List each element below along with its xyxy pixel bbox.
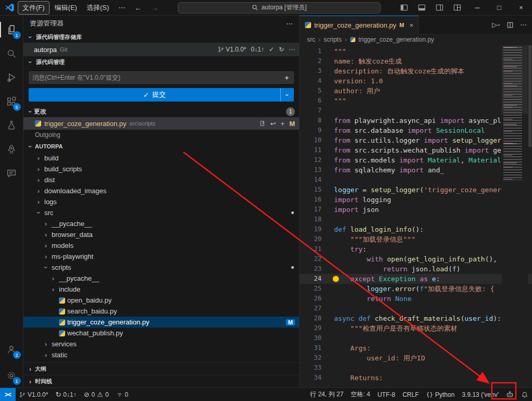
language-mode[interactable]: {} Python [423,388,459,401]
code-editor[interactable]: 1"""2name: 触发coze生成3description: 自动触发coz… [300,45,532,387]
maximize-button[interactable]: □ [488,0,510,15]
menu-more[interactable]: ⋯ [114,2,129,13]
code-line[interactable]: 24 except Exception as e: [300,274,532,284]
back-button[interactable]: ← [130,3,146,13]
chat-icon[interactable] [0,161,23,185]
code-line[interactable]: 16import logging [300,195,532,205]
tree-item-__pycache__[interactable]: ›__pycache__ [23,218,299,229]
timeline-section-header[interactable]: › 时间线 [23,375,299,387]
rocket-icon[interactable] [0,137,23,161]
sparkle-icon[interactable] [283,74,290,81]
commit-message-input[interactable]: 消息(Ctrl+Enter 在"V1.0.0"提交) [29,71,294,84]
tree-item-services[interactable]: ›services [23,339,299,349]
code-line[interactable]: 17import json [300,205,532,215]
open-file-icon[interactable] [259,120,266,127]
tree-item-browser_data[interactable]: ›browser_data [23,229,299,240]
code-line[interactable]: 23 return json.load(f) [300,264,532,274]
breadcrumb-src[interactable]: src [307,36,315,43]
tree-item-build[interactable]: ›build [23,153,299,164]
code-line[interactable]: 32 user_id: 用户ID [300,353,532,363]
toggle-panel-icon[interactable] [413,0,431,15]
code-line[interactable]: 29 """检查用户是否有草稿状态的素材 [300,323,532,333]
code-line[interactable]: 25 logger.error(f"加载登录信息失败: { [300,284,532,294]
scrollbar[interactable] [528,45,532,387]
code-line[interactable]: 11from src.scripts.wechat_publish import… [300,145,532,155]
code-line[interactable]: 5author: 用户 [300,86,532,96]
code-line[interactable]: 4version: 1.0 [300,76,532,86]
notifications-bell-icon[interactable] [517,388,532,401]
code-line[interactable]: 27 [300,304,532,314]
stage-changes-icon[interactable]: + [281,120,285,128]
code-line[interactable]: 34 Returns: [300,373,532,383]
tree-item-trigger_coze_generation.py[interactable]: ›trigger_coze_generation.pyM [23,317,299,328]
code-line[interactable]: 21 try: [300,244,532,254]
code-line[interactable]: 13from sqlalchemy import and_ [300,165,532,175]
menu-selection[interactable]: 选择(S) [82,2,113,14]
tree-item-static[interactable]: ›static [23,349,299,360]
explorer-icon[interactable]: 1 [0,18,23,42]
breadcrumb-file[interactable]: trigger_coze_generation.py [358,36,434,43]
copilot-icon[interactable] [502,388,517,401]
tree-item-logs[interactable]: ›logs [23,196,299,207]
discard-changes-icon[interactable]: ↩ [270,120,276,128]
code-line[interactable]: 22 with open(get_login_info_path(), [300,254,532,264]
refresh-icon[interactable]: ↻ [279,46,284,53]
tree-item-scripts[interactable]: ›scripts [23,262,299,273]
code-line[interactable]: 9from src.database import SessionLocal [300,126,532,135]
forward-button[interactable]: → [147,3,163,13]
code-line[interactable]: 3description: 自动触发coze生成的脚本 [300,66,532,76]
tree-item-__pycache__[interactable]: ›__pycache__ [23,273,299,284]
tree-item-downloaded_images[interactable]: ›downloaded_images [23,185,299,196]
changed-file-row[interactable]: trigger_coze_generation.py src\scripts ↩… [23,117,299,130]
breadcrumb-scripts[interactable]: scripts [324,36,342,43]
tree-item-src[interactable]: ›src [23,207,299,218]
close-button[interactable]: × [510,0,532,15]
account-icon[interactable]: 2 [0,337,23,361]
ports-status[interactable]: 0 [113,388,132,401]
branch-status[interactable]: V1.0.0* [16,388,52,401]
settings-gear-icon[interactable]: 1 [0,364,23,387]
code-line[interactable]: 30 [300,333,532,343]
code-line[interactable]: 20 """加载登录信息""" [300,234,532,244]
workspace-section-header[interactable]: › AUTORPA [23,140,299,153]
command-center-search[interactable]: autorpa [管理员] [178,2,381,14]
tree-item-models[interactable]: ›models [23,240,299,251]
code-line[interactable]: 8from playwright.async_api import async_… [300,116,532,126]
code-line[interactable]: 26 return None [300,294,532,304]
outline-section-header[interactable]: › 大纲 [23,362,299,375]
problems-status[interactable]: ⊘ 0 ⚠ 0 [80,388,113,401]
code-line[interactable]: 15logger = setup_logger('trigger_coze_ge… [300,185,532,195]
python-interpreter[interactable]: 3.9.13 ('venv' [458,388,502,401]
split-editor-icon[interactable] [506,21,514,29]
tree-item-open_baidu.py[interactable]: ›open_baidu.py [23,295,299,306]
editor-more-actions-icon[interactable]: ⋯ [520,21,527,29]
commit-check-icon[interactable]: ✓ [269,46,274,53]
extensions-icon[interactable]: 5 [0,90,23,114]
tree-item-build_scripts[interactable]: ›build_scripts [23,164,299,174]
section-source-control-repos[interactable]: › 源代码管理存储库 [23,31,299,43]
remote-indicator[interactable]: >< [0,388,16,401]
code-line[interactable]: 14 [300,175,532,185]
tab-close-icon[interactable]: × [410,21,414,29]
menu-edit[interactable]: 编辑(E) [51,2,81,14]
repo-row-autorpa[interactable]: autorpa Git V1.0.0* 0↓1↑ ✓ ↻ ⋯ [23,43,299,56]
toggle-sidebar-icon[interactable] [395,0,413,15]
changes-section-header[interactable]: › 更改 1 [23,106,299,117]
code-line[interactable]: 31 Args: [300,343,532,353]
code-line[interactable]: 7 [300,106,532,116]
repo-sync-status[interactable]: 0↓1↑ [251,46,264,53]
tree-item-ms-playwright[interactable]: ›ms-playwright [23,251,299,262]
code-line[interactable]: 2name: 触发coze生成 [300,56,532,66]
code-line[interactable]: 10from src.utils.logger import setup_log… [300,135,532,145]
minimize-button[interactable]: ─ [466,0,488,15]
tree-item-dist[interactable]: ›dist [23,174,299,185]
run-debug-icon[interactable] [0,66,23,90]
commit-button[interactable]: ✓ 提交 › [29,88,294,102]
toggle-secondary-sidebar-icon[interactable] [431,0,449,15]
tree-item-search_baidu.py[interactable]: ›search_baidu.py [23,306,299,317]
repo-more-icon[interactable]: ⋯ [289,46,295,53]
code-line[interactable]: 28async def check_draft_materials(user_i… [300,314,532,323]
section-source-control[interactable]: › 源代码管理 [23,56,299,68]
search-view-icon[interactable] [0,42,23,66]
code-line[interactable]: 6""" [300,96,532,106]
